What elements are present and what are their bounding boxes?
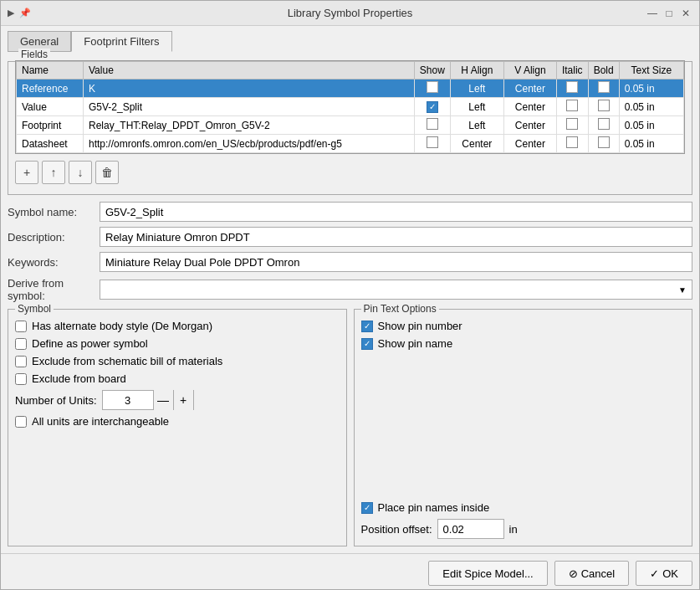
- delete-icon: 🗑: [101, 166, 113, 179]
- cell-italic-2[interactable]: [556, 116, 588, 135]
- stepper-decrement-button[interactable]: —: [153, 390, 173, 410]
- italic-cb-1[interactable]: [566, 100, 578, 111]
- fields-legend: Fields: [18, 49, 50, 60]
- exclude-board-cb[interactable]: [15, 373, 27, 385]
- italic-cb-2[interactable]: [566, 118, 578, 130]
- move-down-button[interactable]: ↓: [69, 161, 92, 184]
- cell-valign-3: Center: [503, 135, 556, 153]
- show-pin-number-label: Show pin number: [378, 320, 462, 332]
- pin-text-legend: Pin Text Options: [361, 303, 439, 315]
- stepper-increment-button[interactable]: +: [173, 390, 193, 410]
- cell-value-3: http://omronfs.omron.com/en_US/ecb/produ…: [84, 135, 415, 153]
- cell-halign-1: Left: [450, 98, 503, 116]
- cell-textsize-1: 0.05 in: [619, 98, 683, 116]
- power-symbol-cb[interactable]: [15, 338, 27, 350]
- cancel-icon: ⊘: [569, 567, 578, 580]
- cb-row-2: Exclude from schematic bill of materials: [15, 355, 340, 367]
- bold-cb-2[interactable]: [598, 118, 610, 130]
- italic-cb-3[interactable]: [566, 136, 578, 148]
- bold-cb-1[interactable]: [598, 100, 610, 111]
- delete-row-button[interactable]: 🗑: [95, 161, 119, 184]
- place-pin-names-inside-cb[interactable]: [361, 502, 373, 514]
- bold-cb-3[interactable]: [598, 136, 610, 148]
- show-pin-number-row: Show pin number: [361, 320, 686, 332]
- minimize-button[interactable]: —: [646, 7, 659, 20]
- ok-button[interactable]: ✓ OK: [636, 561, 692, 586]
- show-cb-1[interactable]: [427, 101, 438, 113]
- th-value: Value: [84, 62, 415, 80]
- cell-bold-2[interactable]: [588, 116, 619, 135]
- table-row[interactable]: Reference K Left Center: [17, 80, 684, 98]
- cell-bold-3[interactable]: [588, 135, 619, 153]
- th-show: Show: [414, 62, 450, 80]
- cell-show-0[interactable]: [414, 80, 450, 98]
- pin-text-inner: Show pin number Show pin name: [361, 320, 686, 501]
- all-interchangeable-cb[interactable]: [15, 416, 27, 428]
- derive-combo[interactable]: ▼: [100, 280, 692, 300]
- derive-label: Derive from symbol:: [8, 277, 100, 302]
- pos-offset-input[interactable]: [437, 519, 504, 539]
- italic-cb-0[interactable]: [566, 81, 578, 93]
- move-up-button[interactable]: ↑: [42, 161, 65, 184]
- all-interchangeable-row: All units are interchangeable: [15, 415, 340, 428]
- table-row[interactable]: Datasheet http://omronfs.omron.com/en_US…: [17, 135, 684, 153]
- symbol-group: Symbol Has alternate body style (De Morg…: [8, 309, 347, 546]
- cell-halign-0: Left: [450, 80, 503, 98]
- cell-italic-1[interactable]: [556, 98, 588, 116]
- show-pin-name-label: Show pin name: [378, 337, 453, 350]
- show-pin-name-cb[interactable]: [361, 338, 373, 350]
- show-pin-number-cb[interactable]: [361, 321, 373, 332]
- place-pin-row: Place pin names inside: [361, 501, 686, 514]
- cell-valign-2: Center: [503, 116, 556, 135]
- cb-row-3: Exclude from board: [15, 372, 340, 385]
- keywords-label: Keywords:: [8, 256, 100, 269]
- exclude-bom-cb[interactable]: [15, 356, 27, 367]
- cancel-label: Cancel: [581, 567, 615, 580]
- window-title: Library Symbol Properties: [288, 7, 413, 19]
- maximize-button[interactable]: □: [662, 7, 676, 20]
- cell-italic-0[interactable]: [556, 80, 588, 98]
- alternate-body-cb[interactable]: [15, 321, 27, 332]
- exclude-board-label: Exclude from board: [32, 372, 126, 385]
- close-button[interactable]: ✕: [679, 7, 692, 20]
- cell-bold-0[interactable]: [588, 80, 619, 98]
- edit-spice-button[interactable]: Edit Spice Model...: [428, 561, 547, 586]
- th-bold: Bold: [588, 62, 619, 80]
- alternate-body-label: Has alternate body style (De Morgan): [32, 320, 212, 332]
- cell-bold-1[interactable]: [588, 98, 619, 116]
- run-icon[interactable]: ▶: [8, 8, 14, 18]
- table-buttons: + ↑ ↓ 🗑: [15, 159, 685, 186]
- cell-textsize-0: 0.05 in: [619, 80, 683, 98]
- description-input[interactable]: [100, 227, 692, 247]
- table-row[interactable]: Footprint Relay_THT:Relay_DPDT_Omron_G5V…: [17, 116, 684, 135]
- th-valign: V Align: [503, 62, 556, 80]
- table-row[interactable]: Value G5V-2_Split Left Center: [17, 98, 684, 116]
- cell-show-2[interactable]: [414, 116, 450, 135]
- ok-label: OK: [662, 567, 678, 580]
- th-textsize: Text Size: [619, 62, 683, 80]
- show-cb-0[interactable]: [427, 81, 438, 93]
- keywords-input[interactable]: [100, 252, 692, 272]
- bold-cb-0[interactable]: [598, 81, 610, 93]
- cell-show-1[interactable]: [414, 98, 450, 116]
- cell-name-0: Reference: [17, 80, 84, 98]
- cancel-button[interactable]: ⊘ Cancel: [554, 561, 629, 586]
- num-units-input[interactable]: [103, 391, 153, 409]
- th-name: Name: [17, 62, 84, 80]
- show-pin-name-row: Show pin name: [361, 337, 686, 350]
- cell-italic-3[interactable]: [556, 135, 588, 153]
- pin-icon[interactable]: 📌: [19, 8, 31, 18]
- cell-value-0: K: [84, 80, 415, 98]
- show-cb-2[interactable]: [427, 118, 438, 130]
- fields-table-container: Name Value Show H Align V Align Italic B…: [15, 60, 685, 154]
- fields-group: Fields Name Value Show H Align V Align I…: [8, 55, 692, 195]
- symbol-name-input[interactable]: [100, 202, 692, 222]
- add-row-button[interactable]: +: [15, 161, 38, 184]
- cb-row-1: Define as power symbol: [15, 337, 340, 350]
- cell-show-3[interactable]: [414, 135, 450, 153]
- cell-value-2: Relay_THT:Relay_DPDT_Omron_G5V-2: [84, 116, 415, 135]
- tab-footprint-filters[interactable]: Footprint Filters: [71, 31, 171, 52]
- cell-valign-1: Center: [503, 98, 556, 116]
- show-cb-3[interactable]: [427, 136, 438, 148]
- pos-offset-label: Position offset:: [361, 523, 432, 536]
